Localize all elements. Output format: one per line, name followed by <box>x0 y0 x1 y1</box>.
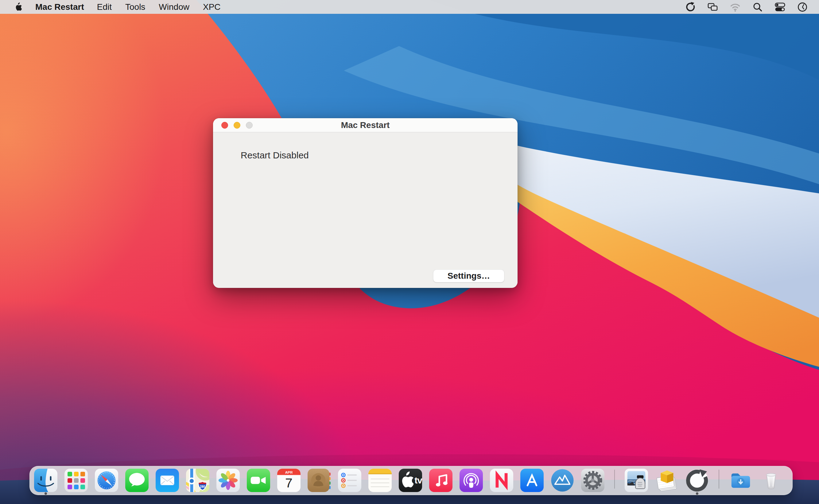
dock-divider <box>719 470 719 489</box>
status-message: Restart Disabled <box>213 132 518 161</box>
dock-divider <box>614 470 615 489</box>
launchpad-grid <box>64 469 88 492</box>
wifi-icon[interactable] <box>730 2 741 13</box>
dock-item-app-cleaner[interactable] <box>551 469 574 492</box>
dock-item-messages[interactable] <box>125 469 149 492</box>
window-content: Restart Disabled Settings… <box>213 132 518 288</box>
apple-icon <box>14 2 22 12</box>
apple-menu[interactable] <box>14 2 22 12</box>
window-titlebar[interactable]: Mac Restart <box>213 118 518 132</box>
spotlight-search-icon[interactable] <box>752 2 763 13</box>
desktop: Mac Restart Edit Tools Window XPC <box>0 0 819 504</box>
minimize-button[interactable] <box>234 122 240 129</box>
dock-item-reminders[interactable] <box>338 469 361 492</box>
menu-edit[interactable]: Edit <box>97 2 112 12</box>
dock-item-news[interactable] <box>490 469 513 492</box>
dock-item-podcasts[interactable] <box>460 469 483 492</box>
dock-item-system-preferences[interactable] <box>581 469 604 492</box>
menu-app-name[interactable]: Mac Restart <box>35 2 84 12</box>
screen-mirroring-icon[interactable] <box>707 2 718 13</box>
restart-icon[interactable] <box>685 2 696 13</box>
clock-icon[interactable] <box>797 2 808 13</box>
maps-shield-label: 280 <box>200 485 205 488</box>
menu-bar-left: Mac Restart Edit Tools Window XPC <box>0 2 234 12</box>
dock-item-downloads[interactable] <box>729 469 752 492</box>
menu-bar: Mac Restart Edit Tools Window XPC <box>0 0 819 14</box>
calendar-month: APR <box>285 470 293 474</box>
control-center-icon[interactable] <box>774 2 786 13</box>
tv-label: tv <box>414 475 422 486</box>
dock-item-maps[interactable]: 280 <box>186 469 209 492</box>
menu-xpc[interactable]: XPC <box>203 2 221 12</box>
menu-bar-status <box>685 2 819 13</box>
close-button[interactable] <box>221 122 228 129</box>
dock-item-photos[interactable] <box>216 469 240 492</box>
window-title: Mac Restart <box>341 120 390 130</box>
traffic-lights <box>221 118 253 132</box>
calendar-day: 7 <box>285 475 293 490</box>
dock-item-notes[interactable] <box>368 469 392 492</box>
dock-item-mail[interactable] <box>156 469 179 492</box>
dock-item-installer-package[interactable] <box>655 469 678 492</box>
menu-tools[interactable]: Tools <box>125 2 145 12</box>
settings-button[interactable]: Settings… <box>433 269 504 282</box>
dock: 280 <box>29 466 793 495</box>
dock-item-finder[interactable] <box>34 469 57 492</box>
apple-tv-face: tv <box>399 469 422 492</box>
apple-icon-white <box>399 469 413 492</box>
dock-item-app-store[interactable] <box>520 469 544 492</box>
dock-item-facetime[interactable] <box>247 469 270 492</box>
running-indicator <box>45 492 47 495</box>
running-indicator <box>696 492 698 495</box>
menu-window[interactable]: Window <box>159 2 189 12</box>
dock-item-music[interactable] <box>429 469 452 492</box>
dock-item-contacts[interactable] <box>308 469 331 492</box>
dock-item-trash[interactable] <box>759 469 783 492</box>
dock-item-calendar[interactable]: APR 7 <box>277 469 301 492</box>
dock-item-launchpad[interactable] <box>64 469 88 492</box>
zoom-button-disabled[interactable] <box>246 122 253 129</box>
dock-item-safari[interactable] <box>95 469 118 492</box>
dock-item-preview[interactable] <box>625 469 648 492</box>
app-window: Mac Restart Restart Disabled Settings… <box>213 118 518 288</box>
dock-item-mac-restart[interactable] <box>685 469 709 492</box>
dock-item-apple-tv[interactable]: tv <box>399 469 422 492</box>
